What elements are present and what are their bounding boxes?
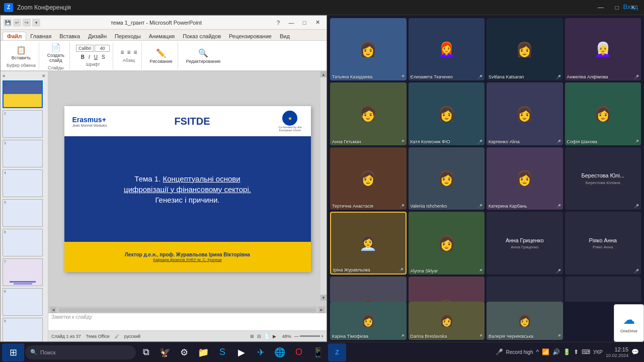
vhod-link[interactable]: Вход bbox=[623, 3, 638, 11]
tab-review[interactable]: Рецензирование bbox=[225, 32, 276, 40]
minimize-button[interactable]: — bbox=[594, 3, 608, 13]
slide-thumb-8[interactable]: 8 bbox=[3, 288, 43, 316]
tab-insert[interactable]: Вставка bbox=[55, 32, 84, 40]
font-size-selector[interactable]: 40 bbox=[95, 45, 110, 52]
erasmus-name: Erasmus+ bbox=[72, 116, 106, 124]
tab-design[interactable]: Дизайн bbox=[84, 32, 111, 40]
slide-thumb-3[interactable]: 3 bbox=[3, 140, 43, 167]
view-normal[interactable]: ⊞ bbox=[250, 334, 254, 339]
start-button[interactable]: ⊞ bbox=[2, 343, 24, 361]
italic-btn[interactable]: I bbox=[87, 54, 92, 60]
undo-icon[interactable]: ↩ bbox=[13, 19, 21, 27]
taskbar-skype[interactable]: S bbox=[213, 343, 231, 361]
taskbar-viber[interactable]: 📱 bbox=[309, 343, 327, 361]
zoom-slider[interactable]: — + bbox=[294, 334, 324, 339]
participant-katya: 👩 Катя Колесник ФІО 🎤 bbox=[409, 82, 485, 145]
slide-thumb-5[interactable]: 5 bbox=[3, 199, 43, 227]
wifi-icon[interactable]: 📶 bbox=[542, 348, 549, 355]
taskbar-opera[interactable]: O bbox=[290, 343, 308, 361]
participant-name: Карпенко Alina bbox=[489, 139, 520, 144]
update-icon[interactable]: ⬆ bbox=[574, 348, 579, 355]
taskbar-app-2[interactable]: 📁 bbox=[194, 343, 212, 361]
taskbar-zoom[interactable]: Z bbox=[328, 343, 346, 361]
language-indicator[interactable]: УКР bbox=[593, 349, 603, 355]
explorer-icon[interactable]: 🦅 bbox=[156, 343, 174, 361]
new-slide-btn[interactable]: 📄 Создать слайд bbox=[45, 41, 66, 64]
tab-view[interactable]: Вид bbox=[276, 32, 294, 40]
align-center-btn[interactable]: ≡ bbox=[126, 48, 132, 56]
ppt-window-title: тема 1_грант - Microsoft PowerPoint bbox=[43, 20, 269, 26]
taskbar-search[interactable]: 🔍 Поиск bbox=[25, 345, 136, 359]
onedrive-popup[interactable]: ☁ OneDrive bbox=[614, 304, 644, 342]
scroll-up[interactable]: ▲ bbox=[320, 71, 327, 77]
tab-animation[interactable]: Анимация bbox=[145, 32, 179, 40]
ppt-restore-btn[interactable]: □ bbox=[298, 18, 310, 27]
slide-canvas-area[interactable]: ▲ ▼ Erasmus+ Jean Monnet Modules bbox=[48, 71, 327, 307]
volume-icon[interactable]: 🔊 bbox=[552, 348, 560, 355]
scroll-right[interactable]: ► bbox=[318, 307, 325, 313]
redo-icon[interactable]: ↪ bbox=[23, 19, 31, 27]
customize-icon[interactable]: ▾ bbox=[32, 19, 40, 27]
search-icon: 🔍 bbox=[30, 349, 37, 355]
slide-thumb-2[interactable]: 2 bbox=[3, 110, 43, 138]
window-title: Zoom Конференція bbox=[17, 4, 590, 11]
paste-btn[interactable]: 📋 Вставить bbox=[10, 43, 33, 61]
horizontal-scrollbar[interactable]: ◄ ► bbox=[48, 307, 327, 313]
slide-thumb-1[interactable]: 1 bbox=[3, 80, 43, 108]
taskbar-telegram[interactable]: ✈ bbox=[252, 343, 270, 361]
vertical-scrollbar[interactable]: ▲ ▼ bbox=[320, 71, 327, 301]
taskview-button[interactable]: ⧉ bbox=[137, 343, 155, 361]
participant-darina: 👩 Darina Breslavska 🎤 bbox=[409, 302, 485, 340]
view-slideshow[interactable]: ▶ bbox=[273, 334, 276, 339]
tab-home[interactable]: Главная bbox=[26, 32, 55, 40]
participant-avatar: 👩 bbox=[487, 147, 563, 210]
tab-slideshow[interactable]: Показ слайдов bbox=[179, 32, 225, 40]
notification-icon[interactable]: 💬 bbox=[631, 348, 639, 355]
participant-avatar: 👩‍🦰 bbox=[409, 18, 485, 80]
slide-header: Erasmus+ Jean Monnet Modules FSITDE ★ Co… bbox=[64, 106, 311, 136]
participant-name: Каріна Тімофієва bbox=[332, 334, 368, 339]
slide-count: Слайд 1 из 37 bbox=[51, 334, 81, 339]
slide-thumb-7[interactable]: 7 bbox=[3, 258, 43, 286]
eu-circle: ★ bbox=[282, 111, 297, 126]
tab-file[interactable]: Файл bbox=[3, 32, 26, 40]
participant-avatar: 👩 bbox=[565, 82, 641, 145]
taskbar-play[interactable]: ▶ bbox=[232, 343, 251, 361]
bold-btn[interactable]: B bbox=[79, 54, 86, 60]
ppt-close-btn[interactable]: ✕ bbox=[311, 18, 324, 27]
strikethrough-btn[interactable]: S bbox=[100, 54, 107, 60]
taskbar-chrome[interactable]: 🌐 bbox=[271, 343, 289, 361]
paragraph-label: Абзац bbox=[123, 58, 135, 63]
mic-muted-icon: 🎤 bbox=[556, 204, 561, 209]
align-left-btn[interactable]: ≡ bbox=[119, 48, 125, 56]
participant-avatar: 👩‍🦳 bbox=[565, 18, 641, 80]
participant-name-sub: Анна Гриценко bbox=[511, 245, 538, 249]
ppt-help-btn[interactable]: ? bbox=[272, 18, 284, 27]
tab-transitions[interactable]: Переходы bbox=[111, 32, 145, 40]
keyboard-icon[interactable]: ⌨ bbox=[582, 348, 590, 355]
mic-record-icon: 🎤 bbox=[496, 348, 503, 355]
taskbar-app-1[interactable]: ⚙ bbox=[175, 343, 193, 361]
participant-name-large: Анна Гриценко bbox=[506, 237, 544, 244]
save-icon[interactable]: 💾 bbox=[4, 19, 12, 27]
slide-thumb-9[interactable]: 9 bbox=[3, 318, 43, 341]
editing-btn[interactable]: 🔍 Редактирование bbox=[184, 47, 223, 65]
participant-tertychna: 👩 Тертична Анастасія 🎤 bbox=[330, 147, 407, 210]
clipboard-label: Буфер обмена bbox=[7, 63, 36, 68]
view-reading[interactable]: 📄 bbox=[264, 334, 270, 339]
maximize-button[interactable]: □ bbox=[610, 3, 624, 13]
font-name-selector[interactable]: Calibri bbox=[76, 45, 94, 52]
ppt-minimize-btn[interactable]: — bbox=[285, 18, 297, 27]
drawing-btn[interactable]: ✏️ Рисование bbox=[148, 47, 175, 65]
slide-notes-area[interactable]: Заметки к слайду bbox=[48, 313, 327, 330]
view-slide-sorter[interactable]: ⊟ bbox=[257, 334, 261, 339]
scroll-down[interactable]: ▼ bbox=[320, 295, 327, 301]
align-right-btn[interactable]: ≡ bbox=[133, 48, 138, 56]
slide-thumb-4[interactable]: 4 bbox=[3, 169, 43, 197]
slide-thumb-6[interactable]: 6 bbox=[3, 229, 43, 256]
fsitde-text: FSITDE bbox=[174, 116, 210, 127]
participant-name: Valeriia Ishchenko bbox=[411, 204, 447, 209]
scroll-left[interactable]: ◄ bbox=[50, 307, 56, 313]
panel-close-btn[interactable]: ✕ bbox=[42, 73, 46, 78]
underline-btn[interactable]: U bbox=[93, 54, 99, 60]
